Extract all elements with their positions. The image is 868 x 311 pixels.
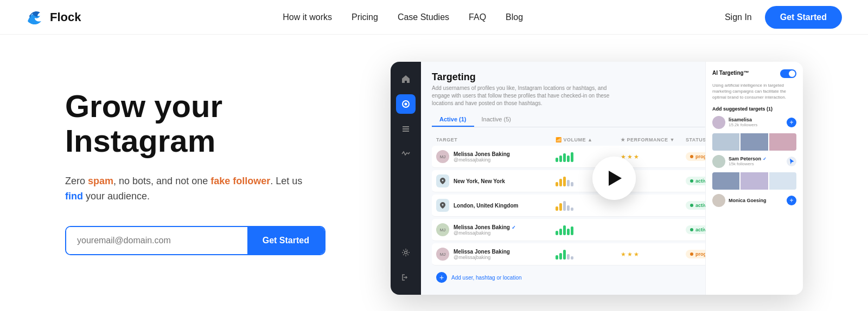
app-mockup: Targeting Add usernames of profiles you …: [391, 62, 803, 295]
nav-faq[interactable]: FAQ: [469, 12, 486, 22]
headline-line2: Instagram: [65, 123, 215, 158]
suggest-add-btn-2[interactable]: [787, 157, 796, 166]
ai-panel-title: AI Targeting™: [712, 70, 749, 76]
bar: [559, 229, 562, 235]
svg-rect-2: [403, 126, 409, 127]
sidebar-target-icon[interactable]: [396, 94, 416, 114]
sign-in-button[interactable]: Sign In: [725, 12, 752, 22]
nav-blog[interactable]: Blog: [506, 12, 523, 22]
suggest-add-btn-3[interactable]: +: [787, 196, 796, 205]
row-name-block-4: Melissa Jones Baking ✓ @melissajbaking: [454, 224, 516, 236]
suggest-followers-1: 15.2k followers: [729, 122, 783, 127]
location-icon: [440, 202, 445, 209]
suggest-info-1: lisamelisa 15.2k followers: [729, 117, 783, 127]
suggest-avatar-3: [712, 194, 725, 207]
svg-point-1: [405, 103, 407, 106]
ai-toggle-row: AI Targeting™: [712, 69, 796, 78]
nav-pricing[interactable]: Pricing: [352, 12, 378, 22]
email-input[interactable]: [66, 227, 247, 254]
suggest-name-2: Sam Peterson ✓: [729, 156, 783, 161]
hero-subtext: Zero spam, no bots, and not one fake fol…: [65, 173, 315, 205]
bar: [559, 156, 562, 162]
bar: [571, 182, 573, 186]
stars-5: ★ ★ ★: [621, 251, 686, 258]
bar: [567, 254, 570, 260]
row-name-block-5: Melissa Jones Baking @melissajbaking: [454, 249, 510, 260]
badge-dot: [690, 252, 693, 256]
volume-bars-5: [556, 249, 621, 260]
main-nav: How it works Pricing Case Studies FAQ Bl…: [283, 12, 523, 22]
bar: [563, 201, 566, 211]
suggest-item-2: Sam Peterson ✓ 15k followers: [712, 155, 796, 168]
bar: [571, 226, 573, 235]
bar: [559, 253, 562, 260]
verified-icon-2: ✓: [763, 157, 767, 161]
sidebar-home-icon[interactable]: [396, 69, 416, 89]
suggest-info-2: Sam Peterson ✓ 15k followers: [729, 156, 783, 166]
cursor-icon: [788, 158, 795, 165]
suggest-info-3: Monica Goesing: [729, 198, 783, 203]
row-target-2: New York, New York: [436, 174, 556, 187]
tab-inactive[interactable]: Inactive (5): [474, 113, 519, 127]
bar: [559, 203, 562, 211]
bar: [567, 229, 570, 235]
suggest-img: [712, 172, 739, 190]
suggest-name-1: lisamelisa: [729, 117, 783, 122]
suggest-avatar-2: [712, 155, 725, 168]
bar: [556, 255, 558, 260]
svg-point-5: [405, 251, 407, 254]
suggest-add-btn-1[interactable]: +: [787, 118, 796, 127]
sidebar-settings-icon[interactable]: [396, 243, 416, 262]
email-form: Get Started: [65, 226, 326, 255]
get-started-nav-button[interactable]: Get Started: [765, 6, 842, 29]
play-button[interactable]: [592, 157, 636, 200]
row-avatar-3: [436, 199, 449, 212]
app-title-section: Targeting Add usernames of profiles you …: [432, 72, 622, 107]
col-volume: 📶 VOLUME ▲: [556, 137, 621, 142]
bar: [556, 182, 558, 186]
row-target-5: MJ Melissa Jones Baking @melissajbaking: [436, 248, 556, 261]
ai-toggle[interactable]: [780, 69, 796, 78]
highlight-fake: fake follower: [210, 176, 270, 186]
badge-dot: [690, 228, 693, 231]
suggest-title: Add suggested targets (1): [712, 106, 796, 112]
row-avatar-1: MJ: [436, 150, 449, 163]
star: ★: [634, 153, 639, 160]
badge-dot: [690, 155, 693, 158]
sidebar-logout-icon[interactable]: [396, 268, 416, 287]
app-title: Targeting: [432, 72, 622, 83]
row-avatar-4: MJ: [436, 223, 449, 236]
bar: [567, 205, 570, 211]
row-avatar-5: MJ: [436, 248, 449, 261]
col-target: TARGET: [436, 137, 556, 142]
suggest-item-1: lisamelisa 15.2k followers +: [712, 116, 796, 129]
row-name-block-1: Melissa Jones Baking @melissajbaking: [454, 151, 510, 163]
bar: [571, 152, 573, 162]
nav-how-it-works[interactable]: How it works: [283, 12, 332, 22]
nav-case-studies[interactable]: Case Studies: [398, 12, 449, 22]
suggest-item-3: Monica Goesing +: [712, 194, 796, 207]
suggest-img: [741, 172, 768, 190]
get-started-hero-button[interactable]: Get Started: [247, 227, 324, 254]
row-name-block-3: London, United Kingdom: [454, 203, 518, 209]
suggest-images-2: [712, 172, 796, 190]
badge-dot: [690, 204, 693, 207]
suggest-img: [712, 133, 739, 151]
tab-active[interactable]: Active (1): [432, 113, 474, 127]
logo[interactable]: Flock: [26, 9, 81, 25]
sidebar-activity-icon[interactable]: [396, 144, 416, 164]
suggest-name-3: Monica Goesing: [729, 198, 783, 203]
sidebar-list-icon[interactable]: [396, 119, 416, 139]
suggest-img: [769, 172, 796, 190]
svg-rect-4: [403, 131, 409, 132]
hero-section: Grow your Instagram Zero spam, no bots, …: [0, 35, 868, 311]
headline-line1: Grow your: [65, 88, 222, 124]
bar: [567, 156, 570, 162]
highlight-spam: spam: [88, 176, 113, 186]
suggest-img: [741, 133, 768, 151]
bar: [563, 225, 566, 235]
col-performance: ★ PERFORMANCE ▼: [621, 137, 686, 142]
add-circle-icon: +: [436, 272, 447, 283]
bar: [571, 208, 573, 211]
bar: [571, 256, 573, 260]
